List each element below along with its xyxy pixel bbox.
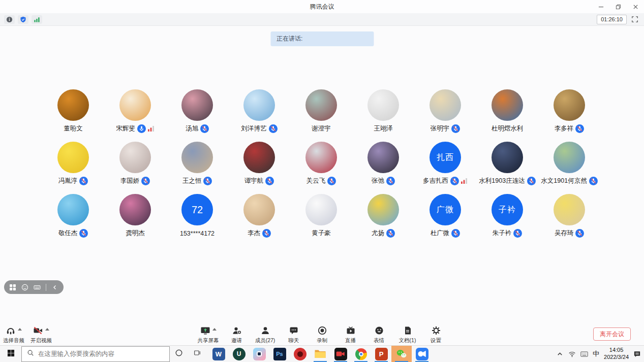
mic-muted-icon: [200, 124, 209, 133]
participant-tile[interactable]: 龚明杰: [104, 194, 166, 238]
participant-tile[interactable]: 李多祥: [538, 89, 600, 133]
participant-tile[interactable]: 广微 杜广微: [414, 194, 476, 238]
task-view-button[interactable]: [188, 346, 206, 362]
start-button[interactable]: [0, 346, 21, 362]
taskbar-app-powerpoint[interactable]: P: [371, 346, 391, 362]
chevron-up-icon[interactable]: [45, 328, 49, 331]
participant-name: 水利1903庄连达: [479, 177, 525, 185]
restore-button[interactable]: [609, 0, 627, 13]
tray-expand-button[interactable]: [556, 350, 564, 358]
mic-on-icon: [137, 124, 146, 133]
control-doc-button[interactable]: 文档(1): [397, 325, 418, 344]
control-share-button[interactable]: 共享屏幕: [198, 325, 219, 344]
participant-tile[interactable]: 水利1903庄连达: [476, 142, 538, 185]
control-label: 设置: [431, 337, 441, 344]
collapse-left-icon[interactable]: [51, 284, 58, 291]
layout-grid-icon[interactable]: [9, 284, 16, 291]
participant-name: 153****4172: [180, 230, 214, 237]
windows-logo-icon: [7, 349, 15, 359]
participant-avatar: [492, 142, 523, 173]
fullscreen-button[interactable]: [630, 14, 640, 24]
participant-tile[interactable]: 李杰: [228, 194, 290, 238]
participant-tile[interactable]: 尤扬: [352, 194, 414, 238]
participant-avatar: [57, 194, 89, 225]
participant-tile[interactable]: 张明宇: [414, 89, 476, 133]
participant-tile[interactable]: 黄子豪: [290, 194, 352, 238]
meeting-topbar: 01:26:10: [0, 13, 644, 26]
participant-tile[interactable]: 冯胤淳: [42, 142, 104, 185]
control-invite-button[interactable]: 邀请: [226, 325, 248, 344]
meeting-info-button[interactable]: [4, 15, 15, 24]
participant-tile[interactable]: 谭宇航: [228, 142, 290, 185]
keyboard-icon: [580, 350, 588, 358]
search-input[interactable]: [38, 350, 164, 357]
participant-tile[interactable]: 王翊泽: [352, 89, 414, 133]
control-settings-button[interactable]: 设置: [425, 325, 447, 344]
minimize-button[interactable]: [592, 0, 609, 13]
taskbar-app-wechat[interactable]: [391, 346, 412, 362]
taskbar-search[interactable]: [21, 346, 170, 362]
participant-tile[interactable]: 72 153****4172: [166, 194, 228, 238]
participant-tile[interactable]: 汤旭: [166, 89, 228, 133]
cortana-button[interactable]: [170, 346, 188, 362]
participant-tile[interactable]: 吴存琦: [538, 194, 600, 238]
taskbar-app-utorrent[interactable]: U: [229, 346, 249, 362]
participant-avatar: [367, 142, 399, 173]
control-emoji-button[interactable]: 表情: [369, 325, 390, 344]
participant-tile[interactable]: 董盼文: [42, 89, 104, 133]
taskbar-app-explorer[interactable]: [310, 346, 330, 362]
participant-tile[interactable]: 杜明熠水利: [476, 89, 538, 133]
ime-indicator[interactable]: 中: [593, 349, 599, 358]
taskbar-app-jianying[interactable]: [249, 346, 269, 362]
touch-keyboard-button[interactable]: [580, 350, 588, 358]
participant-tile[interactable]: 水文1901何京然: [538, 142, 600, 185]
participant-tile[interactable]: 李国娇: [104, 142, 166, 185]
taskbar-app-chrome[interactable]: [351, 346, 371, 362]
participant-tile[interactable]: 扎西 多吉扎西: [414, 142, 476, 185]
participant-tile[interactable]: 刘洋博艺: [228, 89, 290, 133]
participant-tile[interactable]: 王之恒: [166, 142, 228, 185]
taskbar-app-meeting[interactable]: [412, 346, 432, 362]
taskbar-app-recorder[interactable]: [330, 346, 351, 362]
control-members-button[interactable]: 成员(27): [255, 325, 276, 344]
minimize-icon: [598, 4, 604, 10]
participant-avatar: [181, 89, 213, 121]
leave-meeting-button[interactable]: 离开会议: [593, 327, 631, 341]
participant-tile[interactable]: 敬任杰: [42, 194, 104, 238]
taskbar-app-redapp[interactable]: [290, 346, 310, 362]
action-center-button[interactable]: [633, 350, 641, 358]
chevron-up-icon[interactable]: [212, 328, 217, 331]
taskbar-app-word[interactable]: W: [208, 346, 229, 362]
control-label: 聊天: [288, 337, 299, 344]
participant-tile[interactable]: 关云飞: [290, 142, 352, 185]
mic-muted-icon: [269, 124, 278, 133]
tencent-meeting-icon: [416, 348, 428, 360]
mic-muted-icon: [141, 177, 150, 185]
participant-avatar: [430, 89, 461, 121]
emoji-dock-icon[interactable]: [21, 284, 28, 291]
control-chat-button[interactable]: 聊天: [283, 325, 304, 344]
chat-icon: [289, 325, 299, 336]
participant-tile[interactable]: 子衿 朱子衿: [476, 194, 538, 238]
participant-tile[interactable]: 宋辉斐: [104, 89, 166, 133]
wifi-button[interactable]: [568, 350, 576, 358]
keyboard-dock-icon[interactable]: [34, 284, 41, 291]
meeting-security-button[interactable]: [18, 15, 28, 24]
window-title: 腾讯会议: [310, 3, 334, 11]
mic-muted-icon: [451, 124, 460, 133]
start-video-button[interactable]: 开启视频: [30, 325, 52, 344]
control-live-button[interactable]: 直播: [340, 325, 361, 344]
participant-avatar: [367, 194, 399, 225]
mic-muted-icon: [575, 229, 584, 238]
network-signal-icon: [148, 126, 155, 131]
taskbar-clock[interactable]: 14:05 2022/3/24: [604, 347, 629, 361]
select-audio-button[interactable]: 选择音频: [3, 325, 24, 344]
chevron-up-icon[interactable]: [18, 328, 22, 331]
taskbar-app-photoshop[interactable]: Ps: [269, 346, 290, 362]
close-button[interactable]: [627, 0, 644, 13]
control-record-button[interactable]: 录制: [312, 325, 333, 344]
participant-tile[interactable]: 谢澄宇: [290, 89, 352, 133]
participant-tile[interactable]: 张弛: [352, 142, 414, 185]
network-quality-button[interactable]: [32, 15, 42, 24]
network-signal-icon: [461, 178, 468, 184]
